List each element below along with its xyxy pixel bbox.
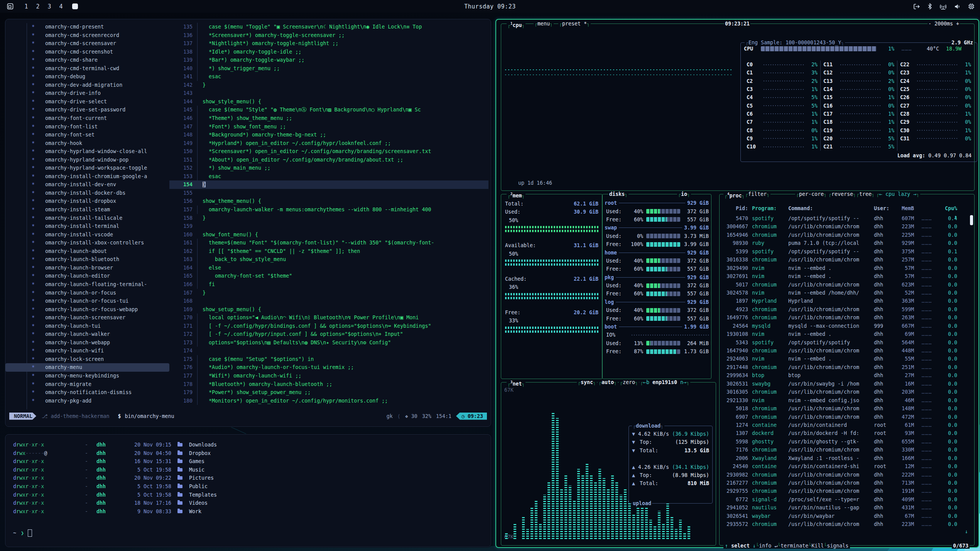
file-list-item[interactable]: omarchy-install-dev-env [45,180,169,189]
editor-row[interactable]: *omarchy-cmd-screensaver137 *Nightlight*… [5,39,488,48]
process-row[interactable]: 2924063nvimnvim --embed .dhh55M………0.0 [723,355,971,363]
info-button[interactable]: info [759,543,771,549]
file-list-item[interactable]: omarchy-cmd-terminal-cwd [45,64,169,73]
file-list-item[interactable]: omarchy-launch-about [45,247,169,256]
process-row[interactable]: 2999634btopbtopdhh27M………0.0 [723,371,971,379]
editor-row[interactable]: *omarchy-launch-webapp173 options="$opti… [5,339,488,347]
process-row[interactable]: 5343spotify/opt/spotify/spotifydhh564M……… [723,339,971,347]
file-list-item[interactable]: omarchy-font-set [45,131,169,139]
process-row[interactable]: 1647940chromium/usr/lib/chromium/chromdh… [723,347,971,355]
select-button[interactable]: select [731,543,750,549]
file-list-item[interactable]: omarchy-pkg-add [45,397,169,405]
process-row[interactable]: 1654946chromium/usr/lib/chromium/chromdh… [723,231,971,239]
process-row[interactable]: 5399spotify/opt/spotify/spotify --dhh375… [723,248,971,256]
process-row[interactable]: 2930982chromium/usr/lib/chromium/chromdh… [723,471,971,479]
editor-row[interactable]: *omarchy-migrate178 *Bluetooth*) omarchy… [5,380,488,389]
folder-name[interactable]: Dropbox [189,449,211,458]
scroll-down-icon[interactable]: ↓ [965,529,968,534]
btop-preset-button[interactable]: ┌preset *┐ [558,20,591,27]
editor-row[interactable]: *omarchy-cmd-screenshot138 *Idle*) omarc… [5,48,488,56]
file-list-item[interactable]: omarchy-install-dropbox [45,197,169,206]
process-row[interactable]: 6772signal-d/proc/self/exe --type=rdhh40… [723,495,971,504]
file-list-item[interactable]: omarchy-hook [45,139,169,148]
chip-icon[interactable] [968,3,975,10]
proc-reverse-button[interactable]: ┌reverse┐ [828,191,857,197]
editor-row[interactable]: *omarchy-font-list147 *Font*) show_font_… [5,123,488,131]
net-interface-selector[interactable]: ┌←b enp191s0 n→┐ [639,379,690,386]
workspace-1[interactable]: 1 [20,3,32,10]
folder-name[interactable]: Work [189,507,201,516]
file-list-item[interactable]: omarchy-notification-dismiss [45,388,169,397]
proc-sort-selector[interactable]: ┌← cpu lazy →┐ [875,191,920,197]
folder-name[interactable]: Games [189,457,204,466]
file-list-item[interactable]: omarchy-menu [45,363,169,372]
editor-row[interactable]: *omarchy-install-dropbox156show_theme_me… [5,197,488,206]
editor-row[interactable]: *omarchy-launch-tui171 [ -f ~/.config/hy… [5,322,488,330]
editor-row[interactable]: *omarchy-drive-select144show_style_menu(… [5,98,488,106]
editor-row[interactable]: *omarchy-lock-screen175 case $(menu "Set… [5,355,488,364]
file-list-item[interactable]: omarchy-install-steam [45,206,169,214]
editor-row[interactable]: *omarchy-hyprland-window-close-all150 *S… [5,147,488,156]
shell-prompt[interactable]: ~ ❯ [13,529,32,537]
editor-row[interactable]: *omarchy-dev-add-migration142} [5,81,488,89]
editor-row[interactable]: *omarchy-font-current146 *Theme*) show_t… [5,114,488,123]
process-row[interactable]: 2935572chromium/usr/lib/chromium/chromdh… [723,520,971,528]
process-row[interactable]: 1897HyprlandHyprlanddhh363M………0.0 [723,297,971,305]
net-panel-title[interactable]: ┌3net┐ [507,379,525,387]
editor-row[interactable]: *omarchy-font-set148 *Background*) omarc… [5,131,488,139]
file-list-item[interactable]: omarchy-launch-walker [45,330,169,339]
file-list-item[interactable]: omarchy-launch-or-focus-tui [45,297,169,305]
proc-scrollbar-thumb[interactable] [970,215,973,225]
file-list-item[interactable]: omarchy-hyprland-workspace-toggle [45,164,169,172]
net-zero-button[interactable]: ┌zero┐ [619,379,639,386]
folder-name[interactable]: Pictures [189,474,214,482]
file-list-item[interactable]: omarchy-install-terminal [45,222,169,231]
editor-row[interactable]: *omarchy-launch-or-focus-tui168 [5,297,488,305]
mem-panel-title[interactable]: ┌2mem┐ [507,191,525,199]
editor-row[interactable]: *omarchy-hyprland-window-pop151 *About*)… [5,156,488,164]
process-row[interactable]: 7176chromium/usr/lib/chromium/chromdhh33… [723,446,971,454]
file-list-item[interactable]: omarchy-cmd-screenshot [45,48,169,56]
file-list-item[interactable]: omarchy-drive-info [45,89,169,98]
file-list-item[interactable]: omarchy-launch-tui [45,322,169,330]
process-row[interactable]: 6907chromium/usr/lib/chromium/chromdhh47… [723,413,971,421]
file-list-item[interactable]: omarchy-hyprland-window-pop [45,156,169,164]
process-row[interactable]: 24540containe/usr/bin/containerd-shiroot… [723,462,971,470]
workspace-3[interactable]: 3 [44,3,55,10]
workspace-2[interactable]: 2 [32,3,44,10]
process-row[interactable]: 5017chromium/usr/lib/chromium/chromdhh62… [723,281,971,289]
process-row[interactable]: 2941052nautilus/usr/bin/nautilus --gapdh… [723,504,971,512]
editor-row[interactable]: *omarchy-drive-set-password145 case $(me… [5,106,488,114]
file-list-item[interactable]: omarchy-cmd-screenrecord [45,31,169,40]
file-list-item[interactable]: omarchy-launch-bluetooth [45,255,169,264]
file-list-item[interactable]: omarchy-drive-set-password [45,106,169,114]
process-row[interactable]: 2006XwaylandXwayland :1 -rootless -dhh16… [723,454,971,462]
net-auto-button[interactable]: ┌auto┐ [598,379,618,386]
network-icon[interactable] [939,3,947,10]
editor-row[interactable]: *omarchy-launch-browser164 else [5,264,488,272]
cpu-panel-title[interactable]: ┌1cpu┐ [507,20,525,29]
workspace-4[interactable]: 4 [55,3,67,10]
active-workspace-indicator[interactable] [72,3,78,9]
editor-row[interactable]: *omarchy-install-xbox-controllers161 the… [5,239,488,247]
signals-button[interactable]: signals [827,543,848,549]
process-row[interactable]: 3016305chromium/usr/lib/chromium/chromdh… [723,388,971,396]
file-list-item[interactable]: omarchy-install-vscode [45,231,169,239]
file-list-item[interactable]: omarchy-install-docker-dbs [45,189,169,197]
process-row[interactable]: 1930108nvimnvim --embed .dhh69M………0.0 [723,330,971,338]
editor-row[interactable]: *omarchy-cmd-screenrecord136 *Screensave… [5,31,488,40]
logout-icon[interactable] [913,3,920,10]
editor-row[interactable]: *omarchy-cmd-terminal-cwd140 *) show_tri… [5,64,488,73]
editor-row[interactable]: *omarchy-install-docker-dbs155 [5,189,488,197]
file-list-item[interactable]: omarchy-cmd-share [45,56,169,64]
proc-tree-button[interactable]: ┌tree┐ [855,191,875,197]
editor-row[interactable]: *omarchy-notification-dismiss179 *Power*… [5,388,488,397]
process-row[interactable]: 3016338chromium/usr/lib/chromium/chromdh… [723,256,971,264]
editor-row[interactable]: *omarchy-drive-info143 [5,89,488,98]
file-list-item[interactable]: omarchy-launch-or-focus [45,289,169,297]
proc-percore-button[interactable]: ┌per-core┐ [795,191,828,197]
editor-row[interactable]: *omarchy-menu-keybindings177 *Wifi*) oma… [5,372,488,380]
process-row[interactable]: 3027691nvimnvim --embed .dhh57M………0.0 [723,272,971,280]
process-row[interactable]: 5018chromium/usr/lib/chromium/chromdhh14… [723,404,971,413]
editor-row[interactable]: *omarchy-cmd-share139 *Bar*) omarchy-tog… [5,56,488,64]
